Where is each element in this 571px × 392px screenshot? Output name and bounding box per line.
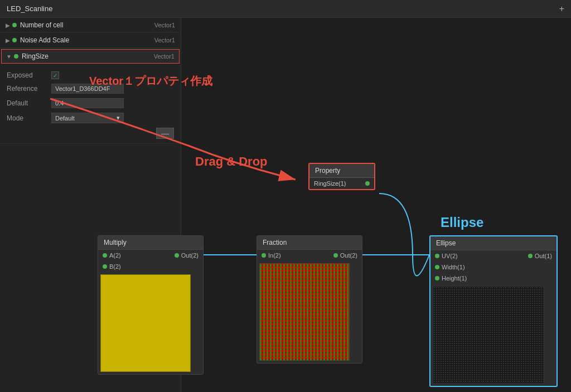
dot-number-of-cell — [12, 23, 17, 27]
window-title: LED_Scanline — [7, 4, 52, 13]
expand-icon-number-of-cell: ▶ — [6, 22, 10, 28]
dot-noise-add-scale — [12, 38, 17, 42]
annotation-ellipse: Ellipse — [441, 215, 483, 230]
panel-row-number-of-cell[interactable]: ▶ Number of cell Vector1 — [0, 18, 181, 33]
ellipse-label-out: Out(1) — [535, 253, 552, 259]
param-name-number-of-cell: Number of cell — [20, 21, 63, 29]
ellipse-dot-width — [435, 265, 439, 269]
param-type-noise-add-scale: Vector1 — [154, 37, 175, 43]
ellipse-label-width: Width(1) — [442, 264, 465, 270]
node-canvas: ▶ Number of cell Vector1 ▶ Noise Add Sca… — [0, 18, 571, 392]
reference-label: Reference — [7, 85, 51, 93]
ellipse-dot-out — [528, 254, 533, 258]
reference-value: Vector1_D366DD4F — [51, 84, 124, 94]
multiply-port-row-a: A(2) Out(2) — [98, 250, 203, 261]
check-icon: ✓ — [53, 72, 57, 79]
reference-row: Reference Vector1_D366DD4F — [7, 81, 174, 96]
exposed-label: Exposed — [7, 71, 51, 79]
fraction-port-row-in: In(2) Out(2) — [257, 250, 362, 261]
multiply-dot-a — [103, 253, 107, 258]
panel-row-ringsize[interactable]: ▼ RingSize Vector1 — [1, 49, 180, 64]
multiply-preview — [100, 274, 201, 372]
multiply-label-a: A(2) — [109, 252, 121, 259]
default-label: Default — [7, 99, 51, 107]
multiply-node[interactable]: Multiply A(2) Out(2) B(2) — [98, 235, 204, 375]
minus-button[interactable]: — — [156, 128, 174, 139]
chevron-icon: ▾ — [117, 114, 120, 122]
ellipse-port-height: Height(1) — [435, 275, 467, 282]
expand-icon-ringsize: ▼ — [6, 54, 12, 60]
param-name-ringsize: RingSize — [22, 52, 49, 60]
param-name-noise-add-scale: Noise Add Scale — [20, 36, 69, 44]
properties-section: Exposed ✓ Reference Vector1_D366DD4F Def… — [0, 65, 181, 144]
fraction-port-in: In(2) — [262, 252, 281, 259]
property-node-header: Property — [309, 164, 374, 178]
property-ringsize-row: RingSize(1) — [309, 178, 374, 189]
multiply-label-b: B(2) — [109, 263, 121, 270]
ellipse-dot-uv — [435, 254, 439, 258]
property-out-dot — [365, 181, 370, 186]
title-bar: LED_Scanline + — [0, 0, 571, 18]
multiply-port-b: B(2) — [103, 263, 121, 270]
fraction-preview — [259, 263, 360, 361]
exposed-checkbox[interactable]: ✓ — [51, 71, 59, 79]
multiply-port-row-b: B(2) — [98, 261, 203, 272]
ellipse-preview — [433, 286, 554, 384]
exposed-row: Exposed ✓ — [7, 69, 174, 81]
multiply-preview-image — [100, 274, 191, 372]
multiply-header: Multiply — [98, 236, 203, 250]
ellipse-dot-height — [435, 276, 439, 280]
fraction-header: Fraction — [257, 236, 362, 250]
mode-select[interactable]: Default ▾ — [51, 113, 124, 123]
multiply-label-out: Out(2) — [181, 252, 199, 259]
expand-icon-noise-add-scale: ▶ — [6, 37, 10, 43]
ellipse-port-out: Out(1) — [528, 253, 552, 259]
ellipse-port-uv: UV(2) — [435, 253, 458, 259]
fraction-preview-image — [259, 263, 350, 361]
fraction-label-in: In(2) — [268, 252, 281, 259]
multiply-port-out: Out(2) — [175, 252, 199, 259]
multiply-port-a: A(2) — [103, 252, 121, 259]
fraction-port-out: Out(2) — [333, 252, 357, 259]
multiply-dot-b — [103, 264, 107, 269]
ellipse-port-row-uv: UV(2) Out(1) — [430, 250, 557, 262]
param-type-number-of-cell: Vector1 — [154, 22, 175, 28]
fraction-dot-in — [262, 253, 266, 258]
ellipse-node[interactable]: Ellipse UV(2) Out(1) Width(1) Height(1) — [429, 235, 558, 387]
multiply-dot-out — [175, 253, 179, 258]
ellipse-header: Ellipse — [430, 236, 557, 250]
add-tab-button[interactable]: + — [559, 4, 564, 14]
panel-row-noise-add-scale[interactable]: ▶ Noise Add Scale Vector1 — [0, 33, 181, 48]
ellipse-preview-image — [433, 286, 544, 384]
ellipse-label-uv: UV(2) — [442, 253, 458, 259]
dot-ringsize — [14, 54, 18, 59]
fraction-node[interactable]: Fraction In(2) Out(2) — [257, 235, 362, 364]
ellipse-port-row-width: Width(1) — [430, 262, 557, 273]
annotation-drag-drop: Drag & Drop — [195, 154, 268, 169]
property-ringsize-label: RingSize(1) — [314, 180, 346, 187]
ellipse-port-width: Width(1) — [435, 264, 465, 270]
default-value[interactable]: 0.4 — [51, 98, 124, 108]
default-row: Default 0.4 — [7, 96, 174, 110]
property-node[interactable]: Property RingSize(1) — [308, 163, 375, 190]
mode-label: Mode — [7, 114, 51, 122]
fraction-dot-out — [333, 253, 338, 258]
fraction-label-out: Out(2) — [340, 252, 357, 259]
mode-row: Mode Default ▾ — [7, 110, 174, 125]
param-type-ringsize: Vector1 — [154, 53, 175, 60]
ellipse-port-row-height: Height(1) — [430, 273, 557, 284]
ellipse-label-height: Height(1) — [442, 275, 467, 282]
